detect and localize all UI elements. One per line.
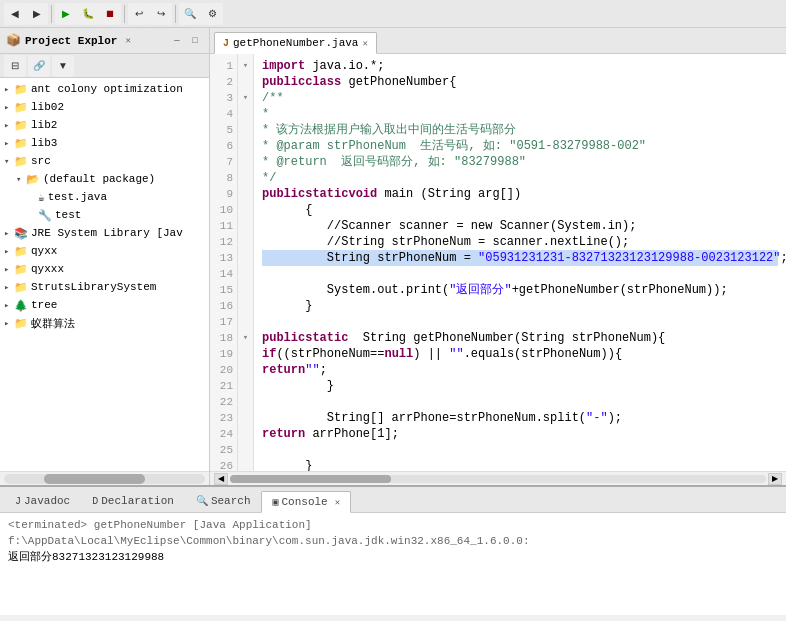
code-line-20: return "";: [262, 362, 778, 378]
code-line-26: }: [262, 458, 778, 471]
tree-arrow: ▸: [4, 120, 14, 131]
tree-label: lib3: [31, 137, 57, 149]
run-btn[interactable]: ▶: [55, 3, 77, 25]
link-editor-btn[interactable]: 🔗: [28, 55, 50, 77]
tree-item-蚁群算法[interactable]: ▸📁蚁群算法: [0, 314, 209, 332]
undo-btn[interactable]: ↩: [128, 3, 150, 25]
tree-item-StrutsLibrarySystem[interactable]: ▸📁StrutsLibrarySystem: [0, 278, 209, 296]
fold-marker-1[interactable]: ▾: [238, 58, 253, 74]
tree-item-tree[interactable]: ▸🌲tree: [0, 296, 209, 314]
tree-item-test.java[interactable]: ☕test.java: [0, 188, 209, 206]
line-numbers: 1234567891011121314151617181920212223242…: [210, 54, 238, 471]
back-btn[interactable]: ◀: [4, 3, 26, 25]
panel-title: Project Explor: [25, 35, 117, 47]
scroll-left-btn[interactable]: ◀: [214, 473, 228, 485]
forward-btn[interactable]: ▶: [26, 3, 48, 25]
fold-marker-17: [238, 314, 253, 330]
code-line-25: [262, 442, 778, 458]
debug-btn[interactable]: 🐛: [77, 3, 99, 25]
fold-marker-8: [238, 170, 253, 186]
tree-arrow: ▾: [4, 156, 14, 167]
bottom-tab-icon-search: 🔍: [196, 495, 208, 507]
tree-label: test.java: [48, 191, 107, 203]
maximize-panel-btn[interactable]: □: [187, 33, 203, 49]
java-file-icon: J: [223, 38, 229, 49]
left-scroll-track[interactable]: [4, 474, 205, 484]
stop-btn[interactable]: ⏹: [99, 3, 121, 25]
code-line-2: public class getPhoneNumber{: [262, 74, 778, 90]
tree-label: qyxxx: [31, 263, 64, 275]
fold-marker-25: [238, 442, 253, 458]
tree-arrow: ▸: [4, 282, 14, 293]
code-line-21: }: [262, 378, 778, 394]
left-horizontal-scrollbar[interactable]: [0, 471, 209, 485]
tree-icon: 📁: [14, 83, 28, 96]
tree-item-qyxxx[interactable]: ▸📁qyxxx: [0, 260, 209, 278]
fold-marker-4: [238, 106, 253, 122]
package-explorer-icon: 📦: [6, 33, 21, 48]
panel-tab-close[interactable]: ✕: [125, 35, 130, 46]
tree-item-lib2[interactable]: ▸📁lib2: [0, 116, 209, 134]
redo-btn[interactable]: ↪: [150, 3, 172, 25]
tree-item-lib3[interactable]: ▸📁lib3: [0, 134, 209, 152]
tree-item-(default_package)[interactable]: ▾📂(default package): [0, 170, 209, 188]
tree-arrow: ▸: [4, 246, 14, 257]
bottom-tab-declaration[interactable]: DDeclaration: [81, 490, 185, 512]
collapse-all-btn[interactable]: ⊟: [4, 55, 26, 77]
editor-h-scroll[interactable]: ◀ ▶: [210, 471, 786, 485]
fold-marker-13: [238, 250, 253, 266]
bottom-tab-console[interactable]: ▣Console✕: [261, 491, 351, 513]
main-layout: 📦 Project Explor ✕ ─ □ ⊟ 🔗 ▼ ▸📁ant colon…: [0, 28, 786, 485]
fold-marker-26: [238, 458, 253, 471]
fold-gutter: ▾▾▾: [238, 54, 254, 471]
code-line-9: public static void main (String arg[]): [262, 186, 778, 202]
tree-item-JRE_System_Library_[Jav[interactable]: ▸📚JRE System Library [Jav: [0, 224, 209, 242]
fold-marker-11: [238, 218, 253, 234]
scroll-right-btn[interactable]: ▶: [768, 473, 782, 485]
code-line-13: String strPhoneNum = "05931231231-832713…: [262, 250, 778, 266]
code-area[interactable]: import java.io.*; public class getPhoneN…: [254, 54, 786, 471]
fold-marker-5: [238, 122, 253, 138]
fold-marker-20: [238, 362, 253, 378]
editor-tab-getPhoneNumber.java[interactable]: JgetPhoneNumber.java✕: [214, 32, 377, 54]
bottom-tab-javadoc[interactable]: JJavadoc: [4, 490, 81, 512]
code-line-6: * @param strPhoneNum 生活号码, 如: "0591-8327…: [262, 138, 778, 154]
tree-label: JRE System Library [Jav: [31, 227, 183, 239]
fold-marker-3[interactable]: ▾: [238, 90, 253, 106]
tree-arrow: ▸: [4, 84, 14, 95]
panel-header-left: 📦 Project Explor ✕: [6, 33, 131, 48]
code-line-11: //Scanner scanner = new Scanner(System.i…: [262, 218, 778, 234]
tree-item-qyxx[interactable]: ▸📁qyxx: [0, 242, 209, 260]
bottom-tab-close[interactable]: ✕: [335, 497, 340, 508]
left-scroll-thumb[interactable]: [44, 474, 145, 484]
code-line-19: if((strPhoneNum==null) || "".equals(strP…: [262, 346, 778, 362]
tree-icon: 📁: [14, 101, 28, 114]
fold-marker-21: [238, 378, 253, 394]
settings-btn[interactable]: ⚙: [201, 3, 223, 25]
tree-label: qyxx: [31, 245, 57, 257]
fold-marker-18[interactable]: ▾: [238, 330, 253, 346]
panel-menu-btn[interactable]: ▼: [52, 55, 74, 77]
fold-marker-19: [238, 346, 253, 362]
tree-label: lib02: [31, 101, 64, 113]
h-scroll-track[interactable]: [230, 475, 766, 483]
fold-marker-7: [238, 154, 253, 170]
editor-content[interactable]: 1234567891011121314151617181920212223242…: [210, 54, 786, 471]
bottom-tab-label: Javadoc: [24, 495, 70, 507]
tree-item-src[interactable]: ▾📁src: [0, 152, 209, 170]
tree-item-ant_colony_optimization[interactable]: ▸📁ant colony optimization: [0, 80, 209, 98]
bottom-tab-search[interactable]: 🔍Search: [185, 490, 262, 512]
code-line-8: */: [262, 170, 778, 186]
fold-marker-2: [238, 74, 253, 90]
h-scroll-thumb[interactable]: [230, 475, 391, 483]
code-line-1: import java.io.*;: [262, 58, 778, 74]
fold-marker-23: [238, 410, 253, 426]
tree-icon: 📚: [14, 227, 28, 240]
minimize-panel-btn[interactable]: ─: [169, 33, 185, 49]
tree-item-test[interactable]: 🔧test: [0, 206, 209, 224]
tree-icon: ☕: [38, 191, 45, 204]
search-toolbar-btn[interactable]: 🔍: [179, 3, 201, 25]
tree-label: test: [55, 209, 81, 221]
tree-item-lib02[interactable]: ▸📁lib02: [0, 98, 209, 116]
tab-close-btn[interactable]: ✕: [362, 38, 367, 49]
